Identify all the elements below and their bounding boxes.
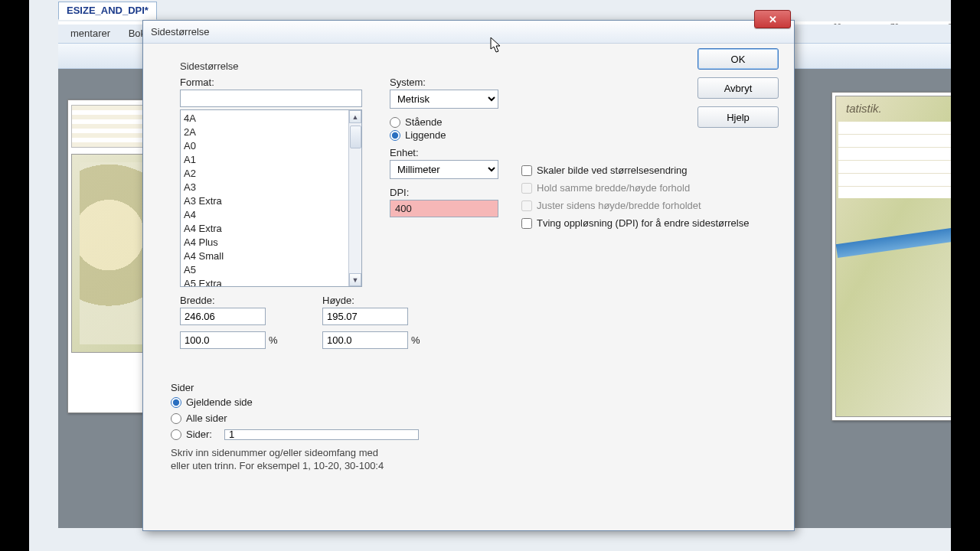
check-keep-ratio[interactable]: Hold samme bredde/høyde forhold (521, 182, 782, 194)
radio-all-pages[interactable]: Alle sider (171, 412, 509, 424)
map-heading: tatistik. (846, 102, 882, 115)
unit-label: Enhet: (390, 147, 500, 158)
help-text-line: Skriv inn sidenummer og/eller sideomfang… (171, 446, 509, 459)
document-tab-label: ESIZE_AND_DPI* (67, 5, 149, 16)
dialog-title-bar[interactable]: Sidestørrelse ✕ (143, 21, 794, 44)
radio-current-page[interactable]: Gjeldende side (171, 396, 509, 408)
format-label: Format: (180, 77, 362, 88)
format-option[interactable]: A3 Extra (184, 194, 345, 208)
dialog-title: Sidestørrelse (151, 26, 210, 37)
width-percent-input[interactable] (180, 331, 266, 349)
page-range-input[interactable] (224, 429, 419, 440)
system-select[interactable]: Metrisk (390, 90, 498, 109)
radio-current-page-input[interactable] (171, 397, 181, 408)
height-input[interactable] (322, 308, 408, 325)
percent-sign: % (269, 334, 278, 346)
menu-kommentarer[interactable]: mentarer (63, 24, 118, 42)
close-icon: ✕ (769, 14, 777, 25)
check-force-dpi[interactable]: Tving oppløsning (DPI) for å endre sides… (521, 217, 782, 229)
format-option[interactable]: 2A (184, 126, 345, 139)
page-range-help: Skriv inn sidenummer og/eller sideomfang… (171, 446, 509, 472)
check-label: Juster sidens høyde/bredde forholdet (537, 200, 701, 211)
ok-button[interactable]: OK (697, 48, 779, 70)
help-text-line: eller uten trinn. For eksempel 1, 10-20,… (171, 459, 509, 472)
radio-landscape[interactable]: Liggende (390, 129, 500, 141)
group-page-size: Sidestørrelse Format: 4A2AA0A1A2A3A3 Ext… (171, 54, 509, 370)
radio-landscape-input[interactable] (390, 130, 400, 141)
scroll-up-icon[interactable]: ▲ (349, 110, 361, 123)
width-label: Bredde: (180, 295, 295, 306)
help-button[interactable]: Hjelp (697, 106, 779, 128)
group-pages: Sider Gjeldende side Alle sider Sider: S… (171, 382, 509, 472)
format-option[interactable]: A2 (184, 167, 345, 181)
scrollbar[interactable]: ▲ ▼ (348, 110, 361, 286)
close-button[interactable]: ✕ (754, 10, 791, 28)
check-label: Skaler bilde ved størrelsesendring (537, 165, 688, 176)
format-option[interactable]: A4 (184, 208, 345, 222)
check-label: Hold samme bredde/høyde forhold (537, 182, 690, 194)
format-option[interactable]: A4 Small (184, 249, 345, 263)
radio-portrait[interactable]: Stående (390, 116, 500, 128)
height-label: Høyde: (322, 295, 437, 306)
format-option[interactable]: A4 Extra (184, 222, 345, 236)
radio-portrait-input[interactable] (390, 117, 400, 128)
height-percent-input[interactable] (322, 331, 408, 349)
check-force-dpi-input[interactable] (521, 218, 532, 229)
format-option[interactable]: A1 (184, 153, 345, 167)
dpi-label: DPI: (390, 187, 500, 198)
format-option[interactable]: A0 (184, 139, 345, 153)
check-adjust-ratio[interactable]: Juster sidens høyde/bredde forholdet (521, 200, 782, 211)
radio-all-pages-input[interactable] (171, 413, 181, 424)
format-option[interactable]: A4 Plus (184, 236, 345, 249)
letterbox-left (0, 0, 29, 551)
format-input[interactable] (180, 90, 362, 107)
format-option[interactable]: A5 (184, 263, 345, 277)
group-pages-label: Sider (171, 382, 509, 393)
format-listbox[interactable]: 4A2AA0A1A2A3A3 ExtraA4A4 ExtraA4 PlusA4 … (180, 109, 362, 287)
percent-sign: % (411, 334, 420, 346)
radio-label: Alle sider (186, 412, 227, 424)
format-option[interactable]: 4A (184, 112, 345, 126)
format-option[interactable]: A5 Extra (184, 277, 345, 286)
check-keep-ratio-input[interactable] (521, 183, 532, 194)
group-page-size-label: Sidestørrelse (180, 60, 500, 72)
check-scale-image[interactable]: Skaler bilde ved størrelsesendring (521, 165, 782, 176)
unit-select[interactable]: Millimeter (390, 160, 498, 179)
page-size-dialog: Sidestørrelse ✕ OK Avbryt Hjelp Skaler b… (142, 20, 795, 531)
width-input[interactable] (180, 308, 266, 325)
cancel-button[interactable]: Avbryt (697, 77, 779, 99)
dpi-input[interactable]: 400 (390, 200, 498, 217)
check-scale-image-input[interactable] (521, 165, 532, 176)
radio-label: Stående (405, 116, 442, 128)
radio-page-range-label: Sider: (186, 429, 220, 440)
letterbox-right (951, 0, 980, 551)
format-option[interactable]: A3 (184, 181, 345, 194)
radio-page-range-input[interactable] (171, 429, 181, 440)
system-label: System: (390, 77, 500, 88)
check-label: Tving oppløsning (DPI) for å endre sides… (537, 217, 749, 229)
radio-label: Liggende (405, 129, 446, 141)
radio-label: Gjeldende side (186, 396, 253, 408)
document-tab[interactable]: ESIZE_AND_DPI* (58, 2, 157, 20)
scroll-thumb[interactable] (350, 126, 361, 148)
check-adjust-ratio-input[interactable] (521, 201, 532, 211)
scroll-down-icon[interactable]: ▼ (349, 273, 361, 286)
